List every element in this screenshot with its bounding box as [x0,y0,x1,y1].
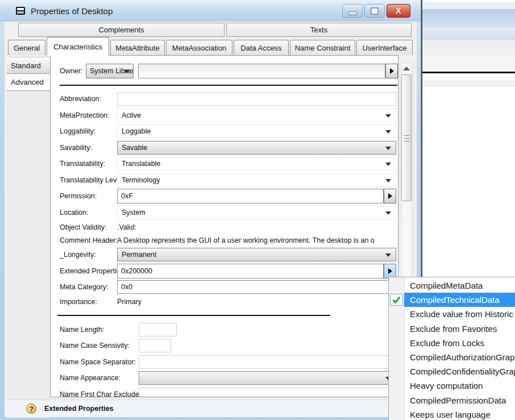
maximize-icon [371,7,379,15]
meta-category-label: Meta Category: [60,283,117,291]
separator-line [60,85,397,86]
translatability-level-label: Translatability Level: [60,176,117,184]
name-first-char-exclude-row: Name First Char Exclude: [51,386,398,398]
object-validity-label: Object Validity: [60,223,117,231]
owner-expand-button[interactable] [385,64,398,78]
menu-item-exclude-from-locks[interactable]: Exclude from Locks [404,336,515,350]
name-appearance-combo[interactable] [139,371,396,385]
longevity-row: _Longevity:Permanent [51,247,398,263]
extended-properties-label: Extended Properties: [60,267,117,275]
comment-header-value: A Desktop represents the GUI of a user w… [117,236,375,244]
translatability-level-combo[interactable]: Terminology [117,173,396,187]
extended-properties-row: Extended Properties: [51,263,398,280]
help-icon: ? [26,404,36,414]
name-space-separator-row: Name Space Separator: [51,354,398,371]
meta-category-input[interactable] [117,280,396,294]
dialog-client-area: ComplementsTexts GeneralCharacteristicsM… [5,22,417,417]
status-bar: ? Extended Properties [5,400,417,417]
tab-name-constraint[interactable]: Name Constraint [290,40,355,55]
menu-item-heavy-computation[interactable]: Heavy computation [404,379,515,393]
tab-complements[interactable]: Complements [18,23,225,37]
permission-label: Permission: [60,192,117,200]
extended-properties-input[interactable] [117,264,384,278]
location-combo[interactable]: System [117,206,396,219]
right-arrow-icon [388,193,392,199]
menu-item-compiledtechnicaldata[interactable]: CompiledTechnicalData [404,293,515,307]
menu-item-exclude-from-favorites[interactable]: Exclude from Favorites [404,322,515,336]
name-space-separator-label: Name Space Separator: [60,358,139,366]
name-length-row: Name Length: [51,322,398,338]
abbreviation-label: Abbreviation: [60,95,117,103]
scroll-thumb[interactable] [401,74,412,201]
side-tab-standard[interactable]: Standard [7,57,50,74]
comment-header-row: Comment Header:A Desktop represents the … [51,234,398,247]
minimize-button[interactable] [342,4,363,18]
extended-properties-expand-button[interactable] [384,264,396,278]
properties-dialog: Properties of Desktop X ComplementsTexts… [0,0,421,420]
separator-line [57,315,330,316]
tab-texts[interactable]: Texts [226,23,412,37]
background-titlebar-band [422,9,515,28]
menu-item-compiledmetadata[interactable]: CompiledMetaData [404,278,515,293]
tab-data-access[interactable]: Data Access [234,40,289,55]
menu-item-exclude-value-from-historic[interactable]: Exclude value from Historic [404,307,515,321]
window-icon [16,7,25,15]
name-length-input[interactable] [139,323,177,336]
tab-userinterface[interactable]: UserInterface [356,40,413,55]
meta-protection-label: MetaProtection: [60,111,117,119]
savability-row: Savability:Savable [51,140,398,156]
side-tab-advanced[interactable]: Advanced [7,74,50,91]
longevity-combo[interactable]: Permanent [117,248,396,261]
name-appearance-row: Name Appearance: [51,370,398,386]
owner-label: Owner: [60,67,86,75]
meta-protection-combo[interactable]: Active [117,109,396,122]
translatability-level-row: Translatability Level:Terminology [51,172,398,189]
location-row: Location:System [51,205,398,221]
permission-expand-button[interactable] [384,189,396,203]
translatability-combo[interactable]: Translatable [117,157,396,171]
name-space-separator-input[interactable] [139,355,396,369]
name-case-sensivity-row: Name Case Sensivity: [51,338,398,354]
dialog-titlebar[interactable]: Properties of Desktop X [0,0,421,22]
name-case-sensivity-input[interactable] [139,339,171,352]
savability-combo[interactable]: Savable [117,141,396,155]
loggability-row: Loggability:Loggable [51,123,398,140]
menu-check-cell [390,294,403,306]
owner-combo[interactable]: System Library [86,64,134,78]
screen: Properties of Desktop X ComplementsTexts… [0,0,515,420]
menu-item-compiledpermissiondata[interactable]: CompiledPermissionData [404,393,515,407]
permission-row: Permission: [51,188,398,205]
minimize-icon [348,11,357,15]
owner-row: Owner:System Library [51,63,398,79]
longevity-label: _Longevity: [60,251,117,259]
tab-metaattribute[interactable]: MetaAttribute [110,40,165,55]
scroll-up-icon [403,66,410,70]
object-validity-value: .Valid: [117,223,136,231]
window-title: Properties of Desktop [31,6,113,16]
menu-item-keeps-user-language[interactable]: Keeps user language [404,407,515,420]
tab-metaassociation[interactable]: MetaAssociation [166,40,232,55]
translatability-label: Translatability: [60,160,117,168]
characteristics-form: Owner:System LibraryAbbreviation:MetaPro… [50,55,398,397]
separator-short [51,315,398,316]
importance-label: Importance: [60,298,117,306]
name-first-char-exclude-input[interactable] [139,388,396,397]
status-text: Extended Properties [44,405,114,413]
maximize-button[interactable] [364,4,385,18]
permission-input[interactable] [117,189,384,203]
separator-full [51,85,398,86]
menu-item-compiledauthorizationgraph[interactable]: CompiledAuthorizationGraph [404,350,515,364]
tab-characteristics[interactable]: Characteristics [47,37,109,56]
close-button[interactable]: X [387,4,410,18]
menu-item-compiledconfidentialitygraph[interactable]: CompiledConfidentialityGraph [404,364,515,379]
close-icon: X [396,7,401,15]
importance-value: Primary [117,298,142,306]
loggability-combo[interactable]: Loggable [117,124,396,138]
tab-general[interactable]: General [8,40,45,55]
scroll-up-button[interactable] [400,63,413,73]
abbreviation-input[interactable] [117,92,396,106]
name-appearance-label: Name Appearance: [60,374,139,382]
owner-field[interactable] [138,64,385,78]
side-tab-strip: StandardAdvanced [7,57,50,418]
scroll-thumb-grip [404,135,409,142]
